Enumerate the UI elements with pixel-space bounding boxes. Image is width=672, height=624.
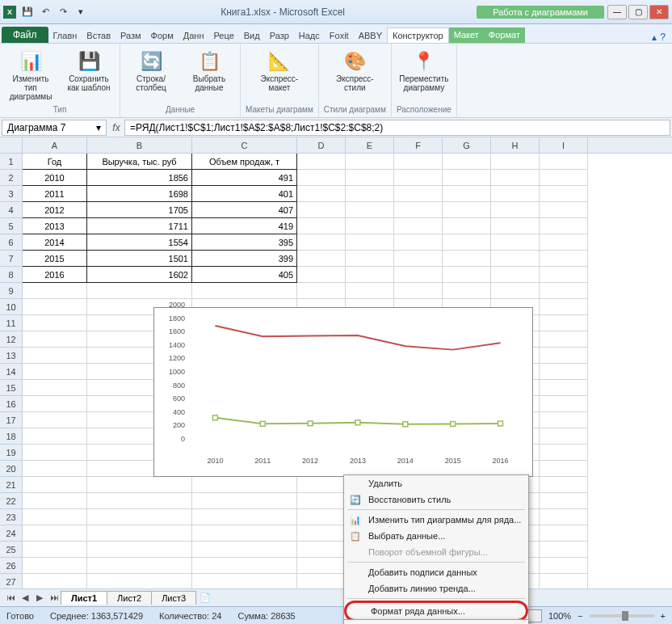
row-header[interactable]: 15 (0, 380, 22, 396)
cell[interactable] (394, 234, 443, 251)
cell[interactable] (297, 558, 346, 574)
cell[interactable] (491, 202, 540, 218)
ribbon-button[interactable]: 📊Изменить типдиаграммы (5, 47, 57, 103)
cell[interactable] (346, 218, 394, 234)
row-header[interactable]: 7 (0, 251, 22, 267)
cell[interactable] (297, 251, 346, 267)
cell[interactable] (491, 234, 540, 251)
tab-главн[interactable]: Главн (48, 28, 82, 43)
column-header[interactable]: H (491, 137, 540, 153)
cell[interactable] (346, 251, 394, 267)
undo-button[interactable]: ↶ (37, 4, 53, 20)
cell[interactable] (87, 542, 192, 558)
context-menu-item[interactable]: Добавить подписи данных (344, 564, 528, 580)
file-tab[interactable]: Файл (2, 27, 48, 43)
cell[interactable] (23, 428, 87, 445)
row-header[interactable]: 2 (0, 170, 22, 186)
sheet-nav-last[interactable]: ⏭ (47, 592, 61, 603)
cell[interactable] (540, 315, 588, 331)
cell[interactable] (192, 558, 297, 574)
cell[interactable] (540, 348, 588, 364)
column-header[interactable]: B (87, 137, 192, 153)
cell[interactable] (540, 154, 588, 170)
tab-abby[interactable]: ABBY (354, 28, 387, 43)
cell[interactable]: 2015 (23, 251, 87, 267)
row-header[interactable]: 26 (0, 558, 22, 574)
help-icon[interactable]: ? (660, 32, 666, 43)
row-header[interactable]: 6 (0, 234, 22, 251)
cell[interactable] (540, 186, 588, 202)
cell[interactable] (23, 542, 87, 558)
cell[interactable] (192, 283, 297, 299)
cell[interactable]: 407 (192, 202, 297, 218)
chart-data-marker[interactable] (355, 420, 360, 425)
cell[interactable] (540, 170, 588, 186)
chart-data-marker[interactable] (308, 421, 313, 426)
cell[interactable] (23, 477, 87, 493)
cell[interactable]: 1554 (87, 234, 192, 251)
row-header[interactable]: 17 (0, 412, 22, 428)
cell[interactable]: 2014 (23, 234, 87, 251)
tab-макет[interactable]: Макет (449, 27, 484, 43)
cell[interactable]: 1501 (87, 251, 192, 267)
sheet-tab[interactable]: Лист3 (151, 591, 196, 605)
cell[interactable] (346, 170, 394, 186)
cell[interactable] (23, 315, 87, 331)
cell[interactable] (297, 170, 346, 186)
cell[interactable]: Объем продаж, т (192, 154, 297, 170)
new-sheet-button[interactable]: 📄 (200, 592, 211, 603)
cell[interactable] (192, 509, 297, 525)
cell[interactable] (394, 283, 443, 299)
cell[interactable] (297, 234, 346, 251)
cell[interactable] (443, 202, 491, 218)
cell[interactable] (192, 493, 297, 509)
chart-data-marker[interactable] (498, 421, 503, 426)
column-header[interactable]: C (192, 137, 297, 153)
row-header[interactable]: 27 (0, 574, 22, 590)
row-header[interactable]: 22 (0, 493, 22, 509)
cell[interactable]: 1698 (87, 186, 192, 202)
cell[interactable] (491, 251, 540, 267)
cell[interactable] (87, 493, 192, 509)
cell[interactable] (540, 412, 588, 428)
cell[interactable] (394, 202, 443, 218)
cell[interactable]: 401 (192, 186, 297, 202)
cell[interactable] (297, 202, 346, 218)
tab-реце[interactable]: Реце (209, 28, 239, 43)
cell[interactable] (540, 445, 588, 461)
cell[interactable] (23, 348, 87, 364)
chart-plot-area[interactable] (191, 316, 524, 451)
cell[interactable] (443, 218, 491, 234)
cell[interactable] (23, 380, 87, 396)
view-page-break[interactable] (527, 609, 542, 622)
fx-icon[interactable]: fx (108, 122, 124, 133)
context-menu-item[interactable]: 📋Выбрать данные... (344, 528, 528, 544)
redo-button[interactable]: ↷ (55, 4, 71, 20)
cell[interactable] (297, 493, 346, 509)
cell[interactable] (443, 251, 491, 267)
cell[interactable] (540, 558, 588, 574)
row-header[interactable]: 5 (0, 218, 22, 234)
qat-dropdown[interactable]: ▾ (73, 4, 89, 20)
column-header[interactable]: D (297, 137, 346, 153)
cell[interactable]: 2010 (23, 170, 87, 186)
tab-конструктор[interactable]: Конструктор (387, 27, 449, 43)
sheet-tab[interactable]: Лист2 (107, 591, 152, 605)
column-header[interactable]: I (540, 137, 588, 153)
cell[interactable] (540, 251, 588, 267)
cell[interactable]: 395 (192, 234, 297, 251)
tab-разм[interactable]: Разм (116, 28, 146, 43)
cell[interactable] (346, 234, 394, 251)
row-header[interactable]: 20 (0, 461, 22, 477)
cell[interactable] (87, 574, 192, 590)
cell[interactable] (23, 396, 87, 412)
row-header[interactable]: 23 (0, 509, 22, 525)
cell[interactable]: 399 (192, 251, 297, 267)
cell[interactable] (23, 283, 87, 299)
cell[interactable]: 2012 (23, 202, 87, 218)
cell[interactable] (540, 396, 588, 412)
chart-data-marker[interactable] (212, 415, 217, 420)
cell[interactable] (192, 525, 297, 542)
cell[interactable] (87, 477, 192, 493)
row-header[interactable]: 8 (0, 267, 22, 283)
